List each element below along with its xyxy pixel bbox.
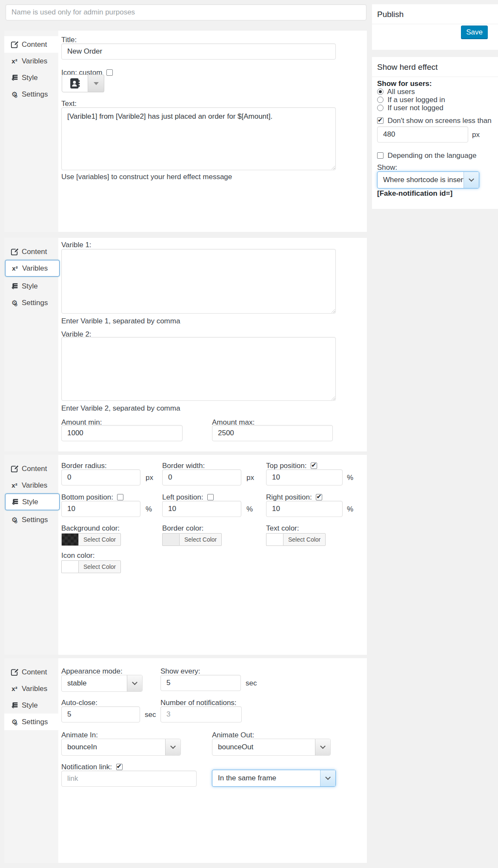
auto-close-input[interactable] xyxy=(61,706,140,722)
chevron-down-icon xyxy=(320,770,335,786)
varible2-textarea[interactable] xyxy=(61,337,336,401)
herd-effect-title: Show herd effect xyxy=(372,57,498,77)
icon-color-label: Icon color: xyxy=(61,551,94,560)
dont-show-checkbox[interactable] xyxy=(377,117,384,124)
tab-content[interactable]: Content xyxy=(4,36,58,53)
select-color-button[interactable]: Select Color xyxy=(179,533,222,546)
tab-settings[interactable]: ⚙⚙ Settings xyxy=(4,511,58,528)
title-label: Title: xyxy=(61,36,77,44)
radio-icon[interactable] xyxy=(377,105,384,111)
left-position-checkbox[interactable] xyxy=(207,494,214,500)
select-color-button[interactable]: Select Color xyxy=(283,533,326,546)
publish-title: Publish xyxy=(372,4,498,24)
tab-label: Style xyxy=(22,74,38,82)
tab-varibles[interactable]: x² Varibles xyxy=(5,260,60,277)
notifications-number-input[interactable] xyxy=(160,706,242,722)
radio-icon[interactable] xyxy=(377,89,384,95)
settings-metabox: Content x² Varibles Style ⚙⚙ Settings Ap… xyxy=(4,658,367,863)
text-label: Text: xyxy=(61,100,77,108)
top-position-input[interactable] xyxy=(266,469,343,485)
publish-box: Publish Save xyxy=(372,4,498,50)
style-icon xyxy=(11,498,19,505)
chevron-down-icon xyxy=(127,675,142,691)
tab-label: Content xyxy=(22,40,47,49)
show-select[interactable]: Where shortcode is inserted xyxy=(377,171,479,188)
page: Content x² Varibles Style ⚙⚙ Settings Ti… xyxy=(0,0,498,868)
icon-color-picker[interactable]: Select Color xyxy=(61,560,121,573)
bottom-position-label: Bottom position: xyxy=(61,493,123,502)
radio-not-logged[interactable]: If user not logged xyxy=(377,104,444,112)
radio-icon[interactable] xyxy=(377,97,384,103)
style-icon xyxy=(10,74,19,81)
amount-max-input[interactable] xyxy=(212,425,333,441)
animate-in-select[interactable]: bounceIn xyxy=(61,739,181,756)
screen-width-input[interactable] xyxy=(377,126,468,143)
animate-out-select[interactable]: bounceOut xyxy=(212,739,331,756)
tab-content[interactable]: Content xyxy=(4,664,58,680)
notification-link-input[interactable] xyxy=(61,771,197,787)
tab-content[interactable]: Content xyxy=(4,243,58,260)
edit-icon xyxy=(10,668,19,676)
radio-all-users[interactable]: All users xyxy=(377,88,415,96)
top-position-label: Top position: xyxy=(266,462,317,470)
tab-label: Settings xyxy=(22,516,48,524)
tab-style[interactable]: Style xyxy=(4,69,58,86)
tab-settings[interactable]: ⚙⚙ Settings xyxy=(4,294,58,311)
border-radius-label: Border radius: xyxy=(61,462,107,470)
language-checkbox[interactable] xyxy=(377,152,384,159)
border-width-input[interactable] xyxy=(162,469,241,485)
right-position-checkbox[interactable] xyxy=(316,494,322,500)
varible2-hint: Enter Varible 2, separated by comma xyxy=(61,404,180,413)
left-position-label: Left position: xyxy=(162,493,214,502)
bottom-position-input[interactable] xyxy=(61,501,140,517)
border-radius-input[interactable] xyxy=(61,469,140,485)
amount-min-input[interactable] xyxy=(61,425,183,441)
left-position-input[interactable] xyxy=(162,501,241,517)
tab-settings[interactable]: ⚙⚙ Settings xyxy=(4,86,58,103)
caret-down-icon xyxy=(94,82,99,85)
varible1-textarea[interactable] xyxy=(61,249,336,314)
background-color-picker[interactable]: Select Color xyxy=(61,533,121,546)
tab-label: Style xyxy=(22,701,38,710)
tab-settings[interactable]: ⚙⚙ Settings xyxy=(4,714,58,730)
tab-content[interactable]: Content xyxy=(4,460,58,477)
link-target-select[interactable]: In the same frame xyxy=(212,770,336,787)
border-color-picker[interactable]: Select Color xyxy=(162,533,222,546)
notification-link-checkbox[interactable] xyxy=(116,764,123,770)
appearance-mode-select[interactable]: stable xyxy=(61,675,143,692)
icon-dropdown-toggle[interactable] xyxy=(88,74,104,92)
title-input[interactable] xyxy=(61,43,336,60)
tab-label: Settings xyxy=(22,718,48,726)
show-every-input[interactable] xyxy=(160,675,241,691)
top-position-checkbox[interactable] xyxy=(311,463,317,469)
unit-label: % xyxy=(146,505,152,514)
gears-icon: ⚙⚙ xyxy=(10,300,19,306)
tab-style[interactable]: Style xyxy=(4,278,58,294)
tab-label: Varibles xyxy=(22,685,47,693)
select-value: stable xyxy=(67,679,86,688)
text-color-picker[interactable]: Select Color xyxy=(266,533,326,546)
varible1-label: Varible 1: xyxy=(61,241,92,249)
bottom-position-checkbox[interactable] xyxy=(117,494,123,500)
tab-style[interactable]: Style xyxy=(4,697,58,714)
text-textarea[interactable]: [Varible1] from [Varible2] has just plac… xyxy=(61,107,336,170)
animate-in-label: Animate In: xyxy=(61,731,98,740)
right-position-input[interactable] xyxy=(266,501,343,517)
tab-label: Style xyxy=(22,282,38,291)
dont-show-row[interactable]: Don't show on screens less than xyxy=(377,117,492,125)
tab-style[interactable]: Style xyxy=(5,494,60,510)
notification-name-input[interactable] xyxy=(6,4,366,20)
tab-varibles[interactable]: x² Varibles xyxy=(4,53,58,69)
style-icon xyxy=(10,283,19,290)
varibles-metabox: Content x² Varibles Style ⚙⚙ Settings Va… xyxy=(4,238,367,451)
tab-varibles[interactable]: x² Varibles xyxy=(4,680,58,697)
icon-custom-checkbox[interactable] xyxy=(106,69,113,76)
select-color-button[interactable]: Select Color xyxy=(78,533,121,546)
language-row[interactable]: Depending on the language xyxy=(377,151,476,160)
select-color-button[interactable]: Select Color xyxy=(78,560,121,573)
radio-logged-in[interactable]: If a user logged in xyxy=(377,96,445,104)
tab-varibles[interactable]: x² Varibles xyxy=(4,477,58,494)
edit-icon xyxy=(10,248,19,256)
save-button[interactable]: Save xyxy=(461,26,488,39)
icon-picker-button[interactable] xyxy=(62,74,104,92)
